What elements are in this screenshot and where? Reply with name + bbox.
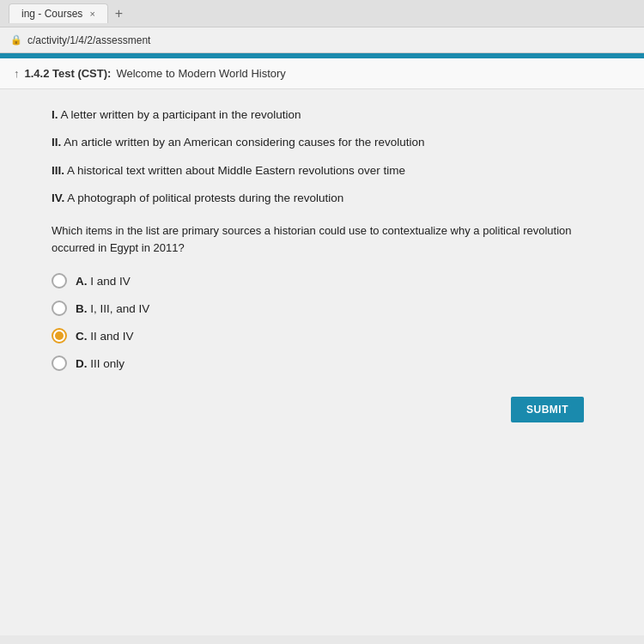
tab-label: ing - Courses	[21, 8, 82, 20]
option-d[interactable]: D. III only	[52, 355, 601, 371]
radio-c[interactable]	[52, 328, 67, 343]
header-icon: ↑	[14, 67, 20, 80]
submit-button[interactable]: SUBMIT	[511, 397, 584, 422]
options-list: A. I and IV B. I, III, and IV C. II and …	[52, 273, 601, 371]
address-text: c/activity/1/4/2/assessment	[27, 34, 150, 46]
submit-bar: SUBMIT	[52, 388, 601, 431]
option-b[interactable]: B. I, III, and IV	[52, 301, 601, 316]
new-tab-button[interactable]: +	[108, 6, 130, 21]
browser-tab[interactable]: ing - Courses ×	[9, 3, 108, 23]
list-item: II. An article written by an American co…	[52, 134, 601, 151]
option-c-label: C. II and IV	[76, 330, 134, 343]
radio-c-inner	[55, 331, 64, 340]
address-bar: 🔒 c/activity/1/4/2/assessment	[0, 27, 644, 53]
radio-a[interactable]	[52, 273, 67, 289]
tab-close-button[interactable]: ×	[89, 9, 94, 19]
radio-b[interactable]	[52, 301, 67, 316]
page-header: ↑ 1.4.2 Test (CST): Welcome to Modern Wo…	[0, 58, 644, 89]
option-d-label: D. III only	[76, 357, 125, 370]
list-item: I. A letter written by a participant in …	[52, 106, 601, 124]
main-content: I. A letter written by a participant in …	[0, 89, 644, 635]
option-a[interactable]: A. I and IV	[52, 273, 601, 289]
header-subtitle: Welcome to Modern World History	[116, 67, 285, 80]
items-list: I. A letter written by a participant in …	[52, 106, 601, 207]
option-b-label: B. I, III, and IV	[76, 302, 149, 315]
list-item: III. A historical text written about Mid…	[52, 162, 601, 179]
list-item: IV. A photograph of political protests d…	[52, 190, 601, 207]
browser-titlebar: ing - Courses × +	[0, 0, 644, 27]
option-c[interactable]: C. II and IV	[52, 328, 601, 343]
radio-d[interactable]	[52, 355, 67, 371]
header-title: 1.4.2 Test (CST):	[25, 67, 112, 80]
question-text: Which items in the list are primary sour…	[52, 222, 601, 256]
address-icon: 🔒	[10, 34, 22, 46]
option-a-label: A. I and IV	[76, 275, 131, 288]
